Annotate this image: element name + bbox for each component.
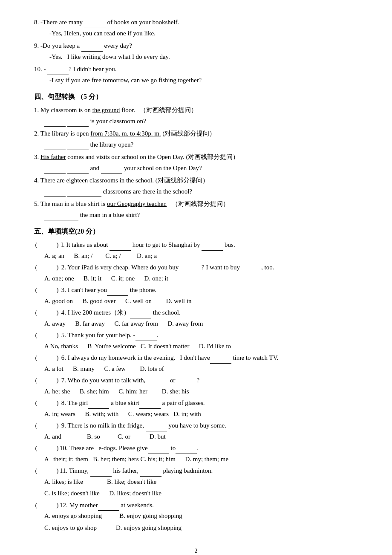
question-10: 10. - ? I didn't hear you. -I say if you… — [34, 64, 358, 86]
mc-q6-options: A. a lot B. many C. a few D. lots of — [44, 364, 358, 375]
s4q3-text: 3. His father comes and visits our schoo… — [34, 152, 358, 163]
s4q1-text: 1. My classroom is on the ground floor. … — [34, 105, 358, 116]
q9-line1: 9. -Do you keep a every day? — [34, 40, 358, 52]
mc-q4-text: ( ) 4. I live 200 metres（米） the school. — [34, 307, 358, 318]
s4q5-blank: the man in a blue shirt? — [44, 210, 358, 221]
mc-q2: ( ) 2. Your iPad is very cheap. Where do… — [34, 262, 358, 284]
mc-q7-options: A. he; she B. she; him C. him; her D. sh… — [44, 386, 358, 397]
q10-line1: 10. - ? I didn't hear you. — [34, 64, 358, 75]
mc-q12-options-a: A. enjoys go shopping B. enjoy going sho… — [44, 511, 358, 522]
mc-q7-text: ( ) 7. Who do you want to talk with, or? — [34, 375, 358, 386]
mc-q1: ( ) l. It takes us about hour to get to … — [34, 240, 358, 261]
mc-q1-options: A. a; an B. an; / C. a; / D. an; a — [44, 251, 358, 262]
section4-q5: 5. The man in a blue shirt is our Geogra… — [34, 199, 358, 220]
mc-q11-options-b: C. is like; doesn't like D. likes; doesn… — [44, 488, 358, 499]
q8-line2: -Yes, Helen, you can read one if you lik… — [49, 28, 358, 39]
section4-q4: 4. There are eighteen classrooms in the … — [34, 175, 358, 197]
mc-q9-text: ( ) 9. There is no milk in the fridge, y… — [34, 420, 358, 431]
mc-q8: ( ) 8. The girl a blue skirt a pair of g… — [34, 398, 358, 419]
s4q1-blank: is your classroom on? — [44, 116, 358, 127]
mc-q3-text: ( ) 3. I can't hear you the phone. — [34, 285, 358, 296]
s4q3-blank: and your school on the Open Day? — [44, 163, 358, 174]
s4q2-text: 2. The library is open from 7:30a. m. to… — [34, 128, 358, 139]
mc-q8-text: ( ) 8. The girl a blue skirt a pair of g… — [34, 398, 358, 409]
section4-q2: 2. The library is open from 7:30a. m. to… — [34, 128, 358, 150]
mc-q12: ( )12. My mother at weekends. A. enjoys … — [34, 500, 358, 534]
s4q4-blank: classrooms are there in the school? — [44, 186, 358, 197]
mc-q7: ( ) 7. Who do you want to talk with, or?… — [34, 375, 358, 397]
section4-q1: 1. My classroom is on the ground floor. … — [34, 105, 358, 127]
mc-q5: ( ) 5. Thank you for your help. -. A No,… — [34, 330, 358, 352]
mc-q12-options-b: C. enjoys to go shop D. enjoys going sho… — [44, 523, 358, 534]
mc-q9-options: A. and B. so C. or D. but — [44, 431, 358, 442]
section4-q3: 3. His father comes and visits our schoo… — [34, 152, 358, 173]
mc-q5-options: A No, thanks B You're welcome C. It does… — [44, 341, 358, 352]
section5-header: 五、单项填空(20 分） — [34, 225, 358, 237]
mc-q11-text: ( )11. Timmy, his father, playing badmin… — [34, 465, 358, 477]
mc-q9: ( ) 9. There is no milk in the fridge, y… — [34, 420, 358, 442]
mc-q10-text: ( )10. These are e-dogs. Please give to. — [34, 443, 358, 454]
mc-q11-options-a: A. likes; is like B. like; doesn't like — [44, 477, 358, 488]
mc-q4-options: A. away B. far away C. far away from D. … — [44, 318, 358, 330]
mc-q3: ( ) 3. I can't hear you the phone. A. go… — [34, 285, 358, 306]
question-8: 8. -There are many of books on your book… — [34, 17, 358, 39]
q8-line1: 8. -There are many of books on your book… — [34, 17, 358, 28]
s4q4-text: 4. There are eighteen classrooms in the … — [34, 175, 358, 186]
mc-q3-options: A. good on B. good over C. well on D. we… — [44, 296, 358, 307]
mc-q2-text: ( ) 2. Your iPad is very cheap. Where do… — [34, 262, 358, 273]
mc-q8-options: A. in; wears B. with; with C. wears; wea… — [44, 409, 358, 420]
page-number: 2 — [34, 546, 358, 555]
mc-q1-text: ( ) l. It takes us about hour to get to … — [34, 240, 358, 251]
s4q5-text: 5. The man in a blue shirt is our Geogra… — [34, 199, 358, 210]
mc-q12-text: ( )12. My mother at weekends. — [34, 500, 358, 511]
q9-line2: -Yes. I like writing down what I do ever… — [49, 52, 358, 63]
mc-q6-text: ( ) 6. I always do my homework in the ev… — [34, 353, 358, 364]
s4q2-blank: the library open? — [44, 139, 358, 150]
mc-q10: ( )10. These are e-dogs. Please give to.… — [34, 443, 358, 465]
q10-line2: -I say if you are free tomorrow, can we … — [49, 75, 358, 86]
mc-q4: ( ) 4. I live 200 metres（米） the school. … — [34, 307, 358, 329]
mc-q6: ( ) 6. I always do my homework in the ev… — [34, 353, 358, 374]
question-9: 9. -Do you keep a every day? -Yes. I lik… — [34, 40, 358, 62]
mc-q5-text: ( ) 5. Thank you for your help. -. — [34, 330, 358, 341]
mc-q11: ( )11. Timmy, his father, playing badmin… — [34, 465, 358, 499]
mc-q10-options: A their; it; them B. her; them; hers C. … — [44, 454, 358, 465]
section4-header: 四、句型转换 （5 分） — [34, 91, 358, 102]
mc-q2-options: A. one; one B. it; it C. it; one D. one;… — [44, 273, 358, 284]
